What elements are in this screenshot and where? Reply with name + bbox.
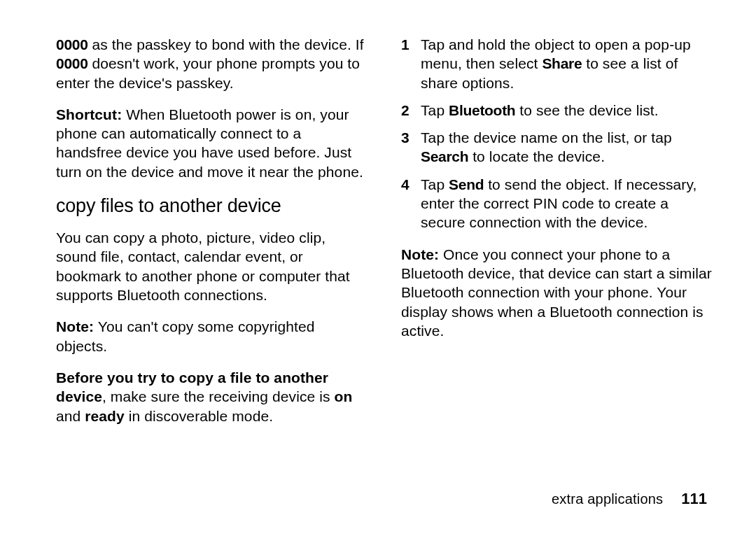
step-item: 4 Tap Send to send the object. If necess… xyxy=(401,175,714,232)
step-body: Tap Bluetooth to see the device list. xyxy=(421,101,714,120)
step-number: 2 xyxy=(401,101,421,120)
on-bold: on xyxy=(335,388,353,404)
ui-term: Send xyxy=(449,176,484,192)
steps-list: 1 Tap and hold the object to open a pop-… xyxy=(401,35,714,232)
page-footer: extra applications 111 xyxy=(56,483,714,508)
connection-note: Note: Once you connect your phone to a B… xyxy=(401,245,714,340)
text: and xyxy=(56,408,85,424)
ui-term: Bluetooth xyxy=(449,102,515,118)
step-number: 3 xyxy=(401,128,421,147)
ui-term: Search xyxy=(421,148,468,164)
right-column: 1 Tap and hold the object to open a pop-… xyxy=(401,35,714,483)
step-body: Tap the device name on the list, or tap … xyxy=(421,128,714,167)
shortcut-paragraph: Shortcut: When Bluetooth power is on, yo… xyxy=(56,105,369,181)
footer-section-name: extra applications xyxy=(552,491,663,507)
text: in discoverable mode. xyxy=(125,408,273,424)
copyright-note: Note: You can't copy some copyrighted ob… xyxy=(56,317,369,355)
text: , make sure the receiving device is xyxy=(102,388,335,404)
manual-page: 0000 as the passkey to bond with the dev… xyxy=(0,0,756,536)
ui-term: Share xyxy=(542,55,582,71)
passkey-paragraph: 0000 as the passkey to bond with the dev… xyxy=(56,35,369,92)
text: to locate the device. xyxy=(468,148,605,164)
text: as the passkey to bond with the device. … xyxy=(88,36,364,52)
passkey-code: 0000 xyxy=(56,36,88,52)
two-column-layout: 0000 as the passkey to bond with the dev… xyxy=(56,35,714,483)
text: Tap xyxy=(421,102,449,118)
precondition-paragraph: Before you try to copy a file to another… xyxy=(56,368,369,425)
shortcut-label: Shortcut: xyxy=(56,106,122,122)
passkey-code: 0000 xyxy=(56,55,88,71)
text: You can't copy some copyrighted objects. xyxy=(56,318,315,353)
step-item: 2 Tap Bluetooth to see the device list. xyxy=(401,101,714,120)
step-body: Tap Send to send the object. If necessar… xyxy=(421,175,714,232)
ready-bold: ready xyxy=(85,408,125,424)
section-heading: copy files to another device xyxy=(56,194,369,218)
text: doesn't work, your phone prompts you to … xyxy=(56,55,360,90)
step-number: 1 xyxy=(401,35,421,54)
note-label: Note: xyxy=(56,318,94,334)
footer-page-number: 111 xyxy=(681,490,707,508)
step-item: 3 Tap the device name on the list, or ta… xyxy=(401,128,714,167)
left-column: 0000 as the passkey to bond with the dev… xyxy=(56,35,369,483)
step-body: Tap and hold the object to open a pop-up… xyxy=(421,35,714,92)
text: Tap the device name on the list, or tap xyxy=(421,129,672,146)
copy-description: You can copy a photo, picture, video cli… xyxy=(56,228,369,304)
text: Tap xyxy=(421,176,449,192)
text: Once you connect your phone to a Bluetoo… xyxy=(401,246,712,339)
step-item: 1 Tap and hold the object to open a pop-… xyxy=(401,35,714,92)
note-label: Note: xyxy=(401,246,439,262)
step-number: 4 xyxy=(401,175,421,194)
text: to see the device list. xyxy=(515,102,658,118)
